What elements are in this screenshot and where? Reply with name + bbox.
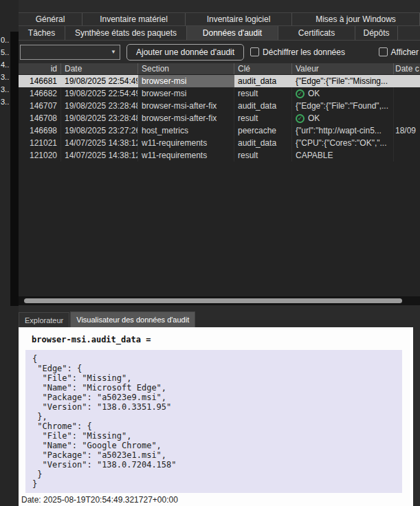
cell-sec: browser-msi-after-fix: [138, 112, 234, 124]
host-list-item[interactable]: 3..: [1, 83, 9, 96]
host-list-item[interactable]: 5..: [1, 46, 9, 58]
cell-date: 19/08/2025 23:28:48: [61, 112, 138, 124]
scrollbar-thumb[interactable]: [24, 298, 402, 303]
cell-dc: [394, 112, 420, 124]
column-header-val[interactable]: Valeur: [292, 63, 394, 74]
cell-dc: [394, 75, 420, 87]
panel-splitter[interactable]: [10, 32, 19, 306]
cell-id: 146681: [19, 75, 61, 87]
show-checkbox[interactable]: Afficher: [379, 47, 420, 57]
column-header-sec[interactable]: Section: [138, 63, 234, 74]
host-list-item[interactable]: 0..: [1, 34, 9, 46]
cell-date: 19/08/2025 23:27:26: [61, 124, 138, 137]
column-header-dc[interactable]: Date c: [394, 63, 420, 74]
bottom-tab-explorateur[interactable]: Explorateur: [19, 312, 69, 327]
cell-id: 146708: [19, 112, 61, 124]
show-checkbox-label: Afficher: [391, 47, 419, 57]
decrypt-data-checkbox[interactable]: Déchiffrer les données: [250, 47, 345, 57]
tab-bar-filler: [398, 26, 420, 40]
cell-dc: [394, 149, 420, 162]
bottom-tab-bar: ExplorateurVisualisateur des données d'a…: [19, 311, 420, 327]
audit-data-viewer-panel: browser-msi.audit_data = { "Edge": { "Fi…: [19, 327, 413, 506]
host-list-item[interactable]: 4..: [1, 58, 9, 71]
cell-date: 14/07/2025 14:38:12: [61, 149, 138, 162]
audit-filter-combobox[interactable]: ▼: [20, 45, 120, 60]
add-audit-data-button[interactable]: Ajouter une donnée d'audit: [126, 44, 244, 60]
audit-json-view: { "Edge": { "File": "Missing", "Name": "…: [25, 350, 402, 493]
cell-date: 19/08/2025 22:54:49: [61, 75, 138, 87]
cell-dc: 18/09: [394, 124, 420, 137]
cell-val: ✓OK: [292, 112, 394, 124]
cell-sec: host_metrics: [138, 124, 234, 137]
viewer-title: browser-msi.audit_data =: [25, 335, 402, 344]
host-list-items: 0..5..4..3..3..3..: [1, 34, 9, 108]
cell-val: {"Edge":{"File":"Missing...: [292, 75, 394, 87]
cell-sec: browser-msi-after-fix: [138, 100, 234, 112]
column-header-key[interactable]: Clé: [234, 63, 292, 74]
cell-value-text: {"Edge":{"File":"Missing...: [296, 76, 388, 86]
cell-value-text: {"CPU":{"Cores":"OK","...: [296, 138, 387, 148]
column-header-id[interactable]: id: [19, 63, 61, 74]
tab-taches[interactable]: Tâches: [19, 26, 65, 40]
decrypt-checkbox-label: Déchiffrer les données: [263, 47, 345, 57]
horizontal-scrollbar[interactable]: [19, 296, 420, 305]
table-row[interactable]: 12102114/07/2025 14:38:12w11-requirement…: [19, 137, 420, 149]
ok-check-icon: ✓: [296, 89, 305, 98]
cell-key: audit_data: [234, 137, 292, 149]
cell-date: 14/07/2025 14:38:12: [61, 137, 138, 149]
table-row[interactable]: 14668119/08/2025 22:54:49browser-msiaudi…: [19, 75, 420, 87]
cell-key: result: [234, 149, 292, 162]
cell-sec: w11-requirements: [138, 137, 234, 149]
wapt-console-window: 0..5..4..3..3..3.. GénéralInventaire mat…: [0, 0, 420, 506]
column-header-date[interactable]: Date: [61, 63, 138, 74]
spacer: [19, 305, 420, 311]
tab-donnees-d-audit[interactable]: Données d'audit: [187, 26, 278, 40]
cell-value-text: {"url":"http://wapt-cin5...: [296, 126, 382, 135]
cell-val: {"CPU":{"Cores":"OK","...: [292, 137, 394, 149]
cell-date: 19/08/2025 23:28:48: [61, 100, 138, 112]
cell-sec: w11-requirements: [138, 149, 234, 162]
cell-key: audit_data: [234, 75, 292, 87]
cell-value-text: OK: [308, 113, 320, 123]
chevron-down-icon: ▼: [107, 49, 120, 55]
cell-val: {"Edge":{"File":"Found",...: [292, 100, 394, 112]
checkbox-unchecked-icon: [250, 47, 259, 56]
tab-mises-a-jour-windows[interactable]: Mises à jour Windows: [292, 13, 420, 25]
audit-toolbar: ▼ Ajouter une donnée d'audit Déchiffrer …: [19, 41, 420, 63]
cell-key: audit_data: [234, 100, 292, 112]
host-list-item[interactable]: 3..: [1, 96, 9, 108]
checkbox-unchecked-icon: [379, 47, 388, 56]
cell-dc: [394, 87, 420, 100]
table-row[interactable]: 14669819/08/2025 23:27:26host_metricspee…: [19, 124, 420, 137]
tab-inventaire-logiciel[interactable]: Inventaire logiciel: [186, 13, 292, 25]
top-spacer: [19, 0, 420, 12]
viewer-date-line: Date: 2025-08-19T20:54:49.321727+00:00: [21, 495, 178, 505]
tab-inventaire-materiel[interactable]: Inventaire matériel: [82, 13, 186, 25]
tab-certificats[interactable]: Certificats: [278, 26, 355, 40]
audit-page: GénéralInventaire matérielInventaire log…: [19, 0, 420, 506]
cell-val: CAPABLE: [292, 149, 394, 162]
table-row[interactable]: 12102014/07/2025 14:38:12w11-requirement…: [19, 149, 420, 162]
ok-check-icon: ✓: [296, 114, 305, 123]
tab-bar-primary: GénéralInventaire matérielInventaire log…: [19, 12, 420, 26]
cell-id: 121020: [19, 149, 61, 162]
table-row[interactable]: 14670719/08/2025 23:28:48browser-msi-aft…: [19, 100, 420, 112]
tab-general[interactable]: Général: [19, 13, 82, 25]
cell-value-text: CAPABLE: [296, 151, 333, 160]
table-row[interactable]: 14670819/08/2025 23:28:48browser-msi-aft…: [19, 112, 420, 124]
table-row[interactable]: 14668219/08/2025 22:54:49browser-msiresu…: [19, 87, 420, 100]
bottom-tab-visualisateur-des-donnees-d-audit[interactable]: Visualisateur des données d'audit: [70, 311, 195, 327]
tab-depots[interactable]: Dépôts: [355, 26, 398, 40]
cell-val: {"url":"http://wapt-cin5...: [292, 124, 394, 137]
cell-dc: [394, 100, 420, 112]
cell-date: 19/08/2025 22:54:49: [61, 87, 138, 100]
cell-sec: browser-msi: [138, 87, 234, 100]
tab-bar-secondary: TâchesSynthèse états des paquetsDonnées …: [19, 26, 420, 41]
audit-table-header: idDateSectionCléValeurDate c: [19, 63, 420, 75]
cell-id: 146707: [19, 100, 61, 112]
tab-synthese-etats-des-paquets[interactable]: Synthèse états des paquets: [65, 26, 187, 40]
host-list-item[interactable]: 3..: [1, 71, 9, 83]
cell-id: 121021: [19, 137, 61, 149]
cell-sec: browser-msi: [138, 75, 234, 87]
cell-key: result: [234, 87, 292, 100]
